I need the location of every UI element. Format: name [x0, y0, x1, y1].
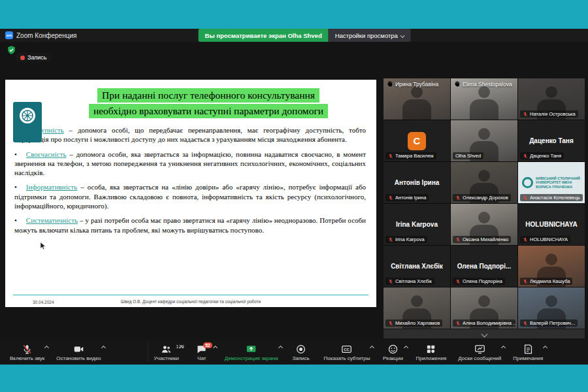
chevron-up-icon[interactable]	[213, 346, 218, 350]
slide-bullet: •Інформативність – особа, яка звертаєтьс…	[14, 182, 366, 210]
window-title: Zoom Конференция	[16, 32, 76, 39]
meeting-content-area: Запись При наданні послуг телефонного ко…	[0, 42, 588, 340]
muted-mic-icon	[523, 112, 528, 117]
participant-tile[interactable]: Даценко ТаняДаценко Таня	[518, 120, 585, 161]
participants-grid: Ирина ТрубавінаElena ShestopalovaНаталія…	[384, 78, 585, 329]
slide-bullet-list: •Доступність – допомога особі, що передб…	[5, 122, 376, 235]
participant-name-label: Олена Подпоріна	[453, 278, 505, 285]
chat-badge: 52	[203, 342, 212, 348]
toolbar-button-video[interactable]: Остановить видео	[50, 342, 106, 362]
participants-icon	[161, 344, 172, 355]
person-silhouette-head	[411, 86, 423, 98]
chevron-up-icon[interactable]	[543, 346, 547, 350]
desktop-background: zm Zoom Конференция Вы просматриваете эк…	[0, 0, 588, 392]
chevron-up-icon[interactable]	[101, 346, 105, 350]
viewing-screen-badge: Вы просматриваете экран Olha Shved	[199, 29, 329, 42]
toolbar-button-notes[interactable]: Примечания	[507, 342, 549, 362]
notes-icon	[523, 344, 534, 355]
participant-tile[interactable]: Irina KarpovaIrina Karpova	[384, 204, 450, 245]
meeting-toolbar: Включить звукОстановить видео129Участник…	[0, 340, 588, 365]
toolbar-button-apps[interactable]: Приложения	[410, 342, 452, 362]
captions-icon: CC	[341, 344, 352, 355]
participant-tile[interactable]: Антонів ІринаАнтонів Ірина	[384, 162, 450, 203]
muted-mic-icon	[455, 237, 461, 242]
participant-name-label: Олександр Дорохов	[453, 194, 511, 201]
participant-tile[interactable]: CТамара Василюк	[384, 120, 450, 161]
toolbar-button-label: Приложения	[416, 355, 446, 361]
muted-mic-icon	[388, 195, 393, 201]
slide-title-line2: необхідно враховувати наступні параметри…	[89, 104, 328, 118]
participant-tile[interactable]: Elena Shestopalova	[451, 78, 517, 120]
slide-title-line1: При наданні послуг телефонного консульту…	[97, 88, 319, 103]
participant-name-label: Аліна Володимирівна ...	[453, 319, 515, 327]
participant-tile[interactable]: Людмила Кашуба	[518, 246, 585, 287]
participant-tile[interactable]: Наталія Островська	[518, 78, 585, 120]
person-silhouette-head	[478, 212, 490, 223]
participant-tile[interactable]: Михайло Харламов	[384, 287, 450, 329]
chevron-up-icon[interactable]	[404, 346, 408, 350]
participants-scroll-down-button[interactable]	[384, 329, 585, 338]
participant-tile[interactable]: Олена Подпорі...Олена Подпоріна	[451, 246, 517, 287]
share-icon	[246, 344, 257, 355]
bullet-text: – допомога особі, що передбачає перенапр…	[14, 126, 366, 143]
chevron-down-icon	[481, 331, 487, 337]
toolbar-button-whiteboard[interactable]: Доски сообщений	[452, 342, 507, 362]
view-settings-button[interactable]: Настройки просмотра	[329, 29, 411, 42]
security-shield-icon[interactable]	[7, 45, 16, 55]
chevron-up-icon[interactable]	[370, 346, 374, 350]
toolbar-button-captions[interactable]: CCПоказать субтитры	[318, 342, 376, 362]
muted-mic-icon	[388, 321, 393, 326]
toolbar-button-label: Остановить видео	[56, 355, 101, 361]
muted-mic-icon	[455, 195, 461, 201]
bullet-term: Систематичність	[26, 216, 78, 224]
participant-tile[interactable]: Ирина Трубавіна	[384, 78, 450, 120]
participant-tile[interactable]: Олександр Дорохов	[451, 162, 517, 203]
mouse-cursor-icon	[39, 242, 46, 250]
toolbar-button-share[interactable]: Демонстрация экрана	[219, 342, 284, 362]
toolbar-button-mute[interactable]: Включить звук	[4, 342, 50, 362]
toolbar-button-label: Реакции	[383, 355, 403, 361]
slide-bullet: •Доступність – допомога особі, що передб…	[14, 125, 366, 144]
participant-tile[interactable]: Київський столичний університет імені Бо…	[518, 162, 585, 203]
recording-indicator[interactable]: Запись	[16, 53, 52, 62]
muted-mic-icon	[523, 237, 528, 242]
muted-mic-icon	[455, 279, 461, 284]
zoom-app-icon: zm	[5, 31, 13, 39]
reactions-icon	[387, 344, 399, 355]
toolbar-button-label: Участники	[154, 355, 179, 361]
toolbar-button-chat[interactable]: 52Чат	[185, 342, 219, 362]
chevron-up-icon[interactable]	[501, 346, 506, 350]
slide-footer-date: 30.04.2024	[33, 300, 54, 304]
participant-name-label: Анастасія Котелевець	[520, 194, 583, 201]
participant-tile[interactable]: Валерій Петрович...	[518, 287, 585, 329]
participant-name-label: Тамара Василюк	[385, 152, 436, 159]
bullet-dot: •	[14, 150, 17, 158]
footer-divider	[13, 295, 368, 295]
slide-footer-author: Швед О.В. Доцент кафедри соціальної педа…	[5, 298, 376, 304]
participant-name-label: Оксана Михайленко	[453, 236, 511, 243]
status-indicators: Запись	[7, 45, 16, 55]
view-settings-label: Настройки просмотра	[335, 32, 398, 39]
toolbar-button-participants[interactable]: 129Участники	[148, 342, 185, 362]
raised-hand-badge: Ирина Трубавіна	[386, 80, 438, 88]
chevron-up-icon[interactable]	[44, 346, 49, 350]
toolbar-button-reactions[interactable]: Реакции	[376, 342, 410, 362]
participant-name-label: Людмила Кашуба	[520, 278, 572, 285]
participant-name-label: Валерій Петрович...	[520, 319, 578, 327]
participant-tile[interactable]: Світлана ХлєбікСвітлана Хлєбік	[384, 246, 450, 287]
muted-mic-icon	[523, 195, 528, 201]
toolbar-button-record[interactable]: Запись	[284, 342, 318, 362]
raised-hand-badge: Elena Shestopalova	[453, 80, 512, 88]
slide-footer: 30.04.2024 Швед О.В. Доцент кафедри соці…	[5, 295, 376, 304]
chevron-up-icon[interactable]	[278, 346, 282, 350]
participant-tile[interactable]: Olha Shved	[451, 120, 517, 161]
participant-tile[interactable]: HOLUBNICHAYAHOLUBNICHAYA	[518, 204, 585, 245]
participant-tile[interactable]: Аліна Володимирівна ...	[451, 287, 517, 329]
person-silhouette-body	[402, 99, 431, 120]
toolbar-button-label: Демонстрация экрана	[225, 355, 278, 361]
university-logo	[13, 102, 42, 142]
participant-tile[interactable]: Оксана Михайленко	[451, 204, 517, 245]
participant-name-label	[387, 81, 392, 86]
participant-name-label: Даценко Таня	[520, 152, 564, 159]
raised-hand-icon	[386, 80, 393, 88]
